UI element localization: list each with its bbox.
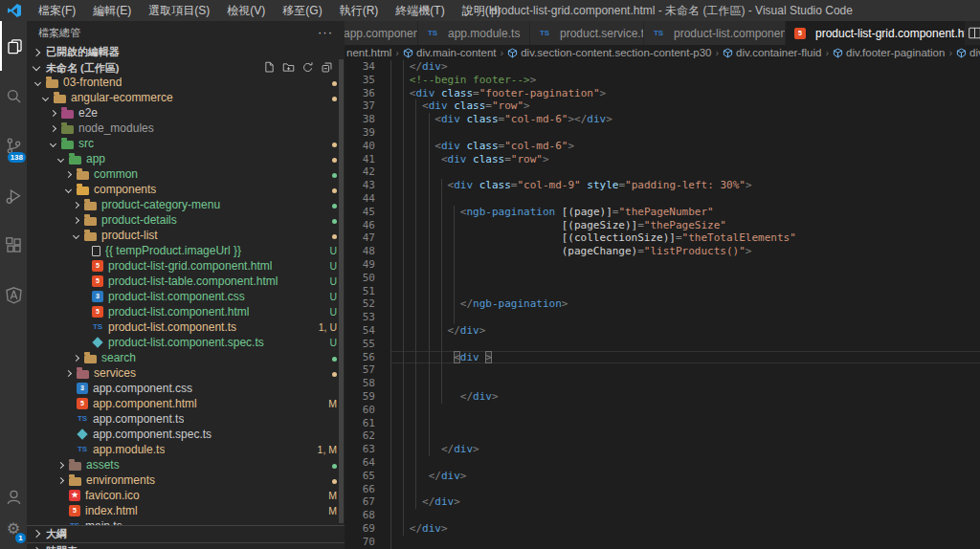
menu-v[interactable]: 檢視(V): [218, 0, 274, 21]
sidebar-item-search[interactable]: search: [27, 350, 345, 365]
sidebar-item-common[interactable]: common: [27, 166, 345, 182]
code-line-49[interactable]: 49: [345, 258, 980, 272]
menu-g[interactable]: 移至(G): [274, 0, 330, 21]
breadcrumb-item-div-container-fluid[interactable]: div.container-fluid: [723, 47, 821, 58]
code-line-70[interactable]: 70: [345, 536, 980, 549]
sidebar-item-environments[interactable]: environments: [27, 472, 345, 488]
account-icon[interactable]: [0, 480, 27, 513]
sidebar-item-product-details[interactable]: product-details: [27, 212, 345, 228]
source-control-icon[interactable]: 138: [0, 121, 27, 170]
settings-icon[interactable]: ⚙1: [0, 513, 27, 545]
code-line-35[interactable]: 35<!--begin footer-->>: [345, 74, 980, 87]
more-actions-icon[interactable]: ···: [318, 28, 333, 37]
code-line-53[interactable]: 53: [345, 311, 980, 324]
code-editor[interactable]: 34</div>35<!--begin footer-->>36<div cla…: [345, 60, 980, 549]
sidebar-item-product-list-table-component-html[interactable]: 5product-list-table.component.htmlU: [27, 274, 345, 289]
code-line-63[interactable]: 63</div>: [345, 443, 980, 456]
sidebar-item-app-module-ts[interactable]: TSapp.module.ts1, M: [27, 442, 345, 457]
code-line-44[interactable]: 44: [345, 192, 980, 206]
new-file-icon[interactable]: [263, 61, 276, 76]
code-line-45[interactable]: 45<ngb-pagination [(page)]="thePageNumbe…: [345, 206, 980, 219]
sidebar-item-main-ts[interactable]: TSmain.ts: [27, 518, 345, 525]
code-line-57[interactable]: 57: [345, 363, 980, 377]
menu-e[interactable]: 編輯(E): [84, 0, 140, 21]
sidebar-item-product-list[interactable]: product-list: [27, 228, 345, 243]
code-line-60[interactable]: 60: [345, 404, 980, 417]
open-editors-section[interactable]: 已開啟的編輯器: [27, 44, 345, 60]
code-line-38[interactable]: 38<div class="col-md-6"></div>: [345, 113, 980, 126]
tab-app-component-html[interactable]: 5app.component.html: [345, 21, 418, 45]
code-line-51[interactable]: 51: [345, 285, 980, 298]
code-line-65[interactable]: 65</div>: [345, 470, 980, 483]
sidebar-item-angular-ecommerce[interactable]: angular-ecommerce: [27, 90, 345, 105]
sidebar-item-product-list-component-html[interactable]: 5product-list.component.htmlU: [27, 304, 345, 319]
sidebar-item-app-component-spec-ts[interactable]: app.component.spec.ts: [27, 427, 345, 442]
angular-icon[interactable]: [0, 270, 27, 319]
breadcrumb-item-div-footer-pagination[interactable]: div.footer-pagination: [833, 47, 945, 58]
sidebar-item-components[interactable]: components: [27, 182, 345, 197]
sidebar-item-tempproduct-imageurl[interactable]: {{ tempProduct.imageUrl }}U: [27, 243, 345, 258]
timeline-section[interactable]: 時間表: [27, 542, 345, 549]
outline-section[interactable]: 大綱: [27, 525, 345, 541]
code-line-56[interactable]: 56<div >: [345, 351, 980, 364]
sidebar-item-product-list-component-css[interactable]: 3product-list.component.cssU: [27, 289, 345, 304]
breadcrumb-item-div-row[interactable]: div.row: [956, 47, 980, 58]
sidebar-item-product-list-component-spec-ts[interactable]: product-list.component.spec.tsU: [27, 335, 345, 350]
sidebar-item-index-html[interactable]: 5index.htmlM: [27, 503, 345, 518]
new-folder-icon[interactable]: [282, 61, 295, 76]
sidebar-item-app-component-ts[interactable]: TSapp.component.ts: [27, 411, 345, 427]
code-line-54[interactable]: 54</div>: [345, 324, 980, 338]
explorer-icon[interactable]: [0, 21, 27, 71]
code-line-41[interactable]: 41<div class="row">: [345, 153, 980, 166]
sidebar-item-src[interactable]: src: [27, 136, 345, 151]
code-line-55[interactable]: 55: [345, 338, 980, 351]
search-icon[interactable]: [0, 71, 27, 121]
code-line-62[interactable]: 62: [345, 429, 980, 443]
split-editor-icon[interactable]: [967, 25, 980, 45]
code-line-46[interactable]: 46[(pageSize)]="thePageSize": [345, 219, 980, 232]
breadcrumb-item-nent-html[interactable]: nent.html: [346, 47, 391, 58]
code-line-64[interactable]: 64: [345, 456, 980, 470]
code-line-39[interactable]: 39: [345, 126, 980, 140]
sidebar-item-node-modules[interactable]: node_modules: [27, 121, 345, 136]
code-line-37[interactable]: 37<div class="row">: [345, 99, 980, 113]
code-line-69[interactable]: 69</div>: [345, 522, 980, 536]
tab-app-module-ts[interactable]: TSapp.module.ts: [418, 21, 530, 45]
breadcrumb-item-div-main-content[interactable]: div.main-content: [403, 47, 497, 58]
sidebar-item-app-component-css[interactable]: 3app.component.css: [27, 381, 345, 396]
sidebar-item-product-list-component-ts[interactable]: TSproduct-list.component.ts1, U: [27, 319, 345, 335]
breadcrumb-item-div-section-content-section-content-p30[interactable]: div.section-content.section-content-p30: [507, 47, 711, 58]
sidebar-item-favicon-ico[interactable]: ★favicon.icoM: [27, 488, 345, 503]
sidebar-item-app[interactable]: app: [27, 151, 345, 166]
sidebar-item-e2e[interactable]: e2e: [27, 105, 345, 121]
menu-f[interactable]: 檔案(F): [30, 0, 84, 21]
code-line-42[interactable]: 42: [345, 165, 980, 179]
code-line-58[interactable]: 58: [345, 377, 980, 390]
code-line-52[interactable]: 52</ngb-pagination>: [345, 297, 980, 311]
refresh-icon[interactable]: [301, 61, 314, 76]
sidebar-item-services[interactable]: services: [27, 365, 345, 381]
tab-product-service-ts[interactable]: TSproduct.service.ts: [530, 21, 644, 45]
code-line-50[interactable]: 50: [345, 272, 980, 285]
code-line-68[interactable]: 68: [345, 509, 980, 522]
collapse-all-icon[interactable]: [321, 61, 333, 76]
code-line-40[interactable]: 40<div class="col-md-6">: [345, 140, 980, 153]
run-debug-icon[interactable]: [0, 170, 27, 220]
sidebar-item-assets[interactable]: assets: [27, 457, 345, 472]
sidebar-item-app-component-html[interactable]: 5app.component.htmlM: [27, 396, 345, 411]
sidebar-item-product-category-menu[interactable]: product-category-menu: [27, 197, 345, 212]
code-line-43[interactable]: 43<div class="col-md-9" style="padding-l…: [345, 179, 980, 192]
code-line-36[interactable]: 36<div class="footer-pagination">: [345, 87, 980, 100]
code-line-34[interactable]: 34</div>: [345, 60, 980, 74]
sidebar-item-product-list-grid-component-html[interactable]: 5product-list-grid.component.htmlU: [27, 258, 345, 274]
sidebar-item-03-frontend[interactable]: 03-frontend: [27, 75, 345, 90]
tab-product-list-grid-component-html[interactable]: 5product-list-grid.component.html✕: [786, 21, 966, 45]
code-line-48[interactable]: 48(pageChange)="listProducts()">: [345, 245, 980, 258]
code-line-59[interactable]: 59</div>: [345, 390, 980, 404]
code-line-61[interactable]: 61: [345, 417, 980, 430]
code-line-66[interactable]: 66: [345, 483, 980, 496]
sidebar-scrollbar[interactable]: [339, 59, 344, 523]
tab-product-list-component-ts[interactable]: TSproduct-list.component.ts: [644, 21, 786, 45]
extensions-icon[interactable]: [0, 220, 27, 270]
code-line-47[interactable]: 47[(collectionSize)]="theTotalElements": [345, 231, 980, 245]
